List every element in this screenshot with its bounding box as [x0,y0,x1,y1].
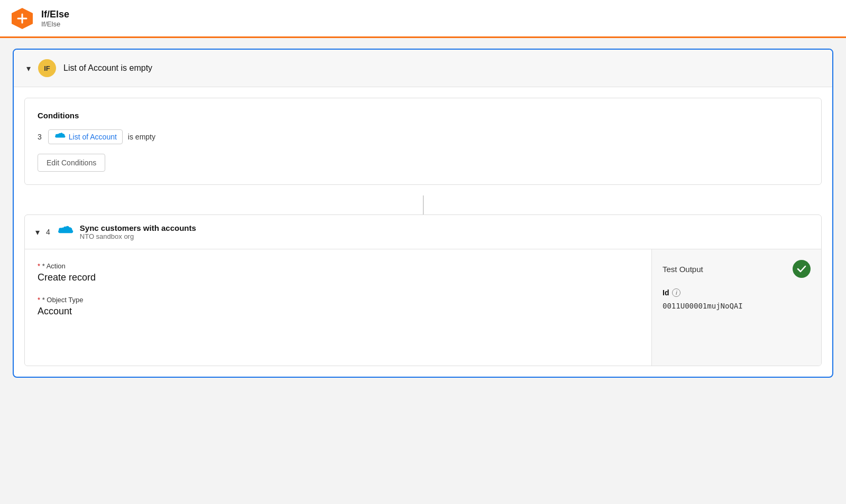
header-title: If/Else [41,9,69,20]
condition-chip: List of Account [48,129,123,144]
action-label: * * Action [38,262,639,270]
action-value: Create record [38,272,639,283]
header-titles: If/Else If/Else [41,9,69,28]
test-id-label: Id [663,288,669,297]
condition-number: 3 [38,133,42,141]
sync-titles: Sync customers with accounts NTO sandbox… [80,223,196,240]
connector-line [423,195,424,214]
test-output-title: Test Output [663,265,703,274]
main-content: ▾ IF List of Account is empty Conditions… [0,38,846,388]
sync-body: * * Action Create record * * Object Type… [25,249,821,366]
conditions-title: Conditions [38,111,808,120]
app-logo-icon [11,7,34,30]
sync-number: 4 [46,228,50,236]
sync-header: ▾ 4 Sync customers with accounts NTO san… [25,215,821,249]
test-output-panel: Test Output Id i 0011U00001mujNoQAI [652,249,821,366]
test-id-value: 0011U00001mujNoQAI [663,302,743,310]
conditions-panel: Conditions 3 List of Account is empty Ed… [24,98,822,185]
header-subtitle: If/Else [41,20,69,28]
if-chevron-icon[interactable]: ▾ [26,63,31,73]
if-badge: IF [38,59,56,77]
object-type-label: * * Object Type [38,296,639,304]
sync-block: ▾ 4 Sync customers with accounts NTO san… [24,214,822,366]
if-label: List of Account is empty [63,63,152,73]
sync-chevron-icon[interactable]: ▾ [35,227,40,237]
sync-salesforce-icon [57,226,73,238]
blue-container: ▾ IF List of Account is empty Conditions… [13,49,833,378]
condition-chip-label: List of Account [69,133,117,141]
sync-subtitle: NTO sandbox org [80,232,196,240]
if-block-header: ▾ IF List of Account is empty [14,50,832,87]
salesforce-cloud-icon [54,133,66,141]
sync-main-panel: * * Action Create record * * Object Type… [25,249,652,366]
test-success-icon [793,260,811,278]
condition-operator: is empty [128,133,155,141]
connector [14,195,832,214]
sync-title: Sync customers with accounts [80,223,196,232]
condition-row: 3 List of Account is empty [38,129,808,144]
test-id-row: Id i [663,288,811,297]
object-type-value: Account [38,306,639,317]
edit-conditions-button[interactable]: Edit Conditions [38,154,105,172]
test-output-header: Test Output [663,260,811,278]
info-icon: i [672,288,681,297]
app-header: If/Else If/Else [0,0,846,38]
